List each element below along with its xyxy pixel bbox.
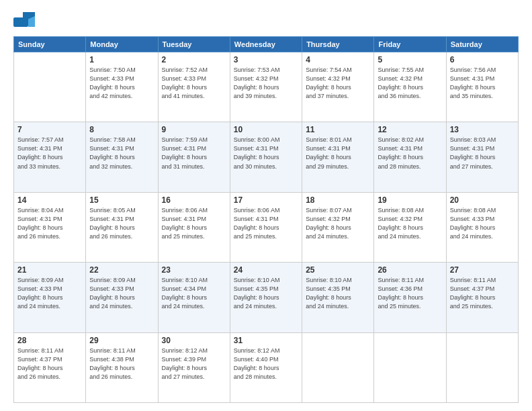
- day-number: 21: [17, 265, 82, 275]
- calendar-cell: 5Sunrise: 7:55 AM Sunset: 4:32 PM Daylig…: [374, 52, 446, 122]
- day-info: Sunrise: 8:07 AM Sunset: 4:32 PM Dayligh…: [306, 206, 370, 241]
- day-info: Sunrise: 8:10 AM Sunset: 4:35 PM Dayligh…: [306, 276, 370, 311]
- day-info: Sunrise: 8:08 AM Sunset: 4:33 PM Dayligh…: [450, 206, 515, 241]
- calendar-cell: 2Sunrise: 7:52 AM Sunset: 4:33 PM Daylig…: [158, 52, 230, 122]
- calendar-cell: [302, 332, 374, 402]
- week-row-3: 21Sunrise: 8:09 AM Sunset: 4:33 PM Dayli…: [14, 263, 519, 332]
- day-number: 29: [89, 336, 154, 345]
- logo: [13, 12, 36, 30]
- day-info: Sunrise: 7:57 AM Sunset: 4:31 PM Dayligh…: [17, 136, 82, 171]
- calendar-cell: [374, 332, 446, 402]
- calendar-cell: 19Sunrise: 8:08 AM Sunset: 4:32 PM Dayli…: [374, 192, 446, 262]
- day-number: 2: [162, 55, 226, 64]
- calendar-cell: 28Sunrise: 8:11 AM Sunset: 4:37 PM Dayli…: [14, 332, 86, 402]
- day-number: 7: [17, 125, 82, 134]
- day-info: Sunrise: 7:59 AM Sunset: 4:31 PM Dayligh…: [162, 136, 226, 171]
- day-info: Sunrise: 8:10 AM Sunset: 4:35 PM Dayligh…: [234, 276, 298, 311]
- day-number: 1: [89, 55, 154, 64]
- day-number: 24: [234, 265, 298, 275]
- day-info: Sunrise: 8:10 AM Sunset: 4:34 PM Dayligh…: [162, 276, 226, 311]
- calendar-cell: 10Sunrise: 8:00 AM Sunset: 4:31 PM Dayli…: [230, 122, 302, 192]
- calendar-cell: 6Sunrise: 7:56 AM Sunset: 4:31 PM Daylig…: [446, 52, 518, 122]
- day-info: Sunrise: 8:11 AM Sunset: 4:37 PM Dayligh…: [450, 276, 515, 311]
- day-number: 6: [450, 55, 515, 64]
- day-number: 25: [306, 265, 370, 275]
- day-info: Sunrise: 7:55 AM Sunset: 4:32 PM Dayligh…: [378, 66, 442, 101]
- header: [13, 12, 519, 30]
- day-info: Sunrise: 7:50 AM Sunset: 4:33 PM Dayligh…: [89, 66, 154, 101]
- calendar-cell: 3Sunrise: 7:53 AM Sunset: 4:32 PM Daylig…: [230, 52, 302, 122]
- logo-icon: [13, 12, 35, 30]
- calendar-cell: 13Sunrise: 8:03 AM Sunset: 4:31 PM Dayli…: [446, 122, 518, 192]
- day-number: 12: [378, 125, 442, 134]
- calendar-cell: 29Sunrise: 8:11 AM Sunset: 4:38 PM Dayli…: [86, 332, 158, 402]
- week-row-2: 14Sunrise: 8:04 AM Sunset: 4:31 PM Dayli…: [14, 192, 519, 262]
- calendar-cell: 27Sunrise: 8:11 AM Sunset: 4:37 PM Dayli…: [446, 263, 518, 332]
- col-header-saturday: Saturday: [446, 37, 518, 52]
- calendar-cell: 23Sunrise: 8:10 AM Sunset: 4:34 PM Dayli…: [158, 263, 230, 332]
- day-number: 31: [234, 336, 298, 345]
- day-info: Sunrise: 7:53 AM Sunset: 4:32 PM Dayligh…: [234, 66, 298, 101]
- day-number: 10: [234, 125, 298, 134]
- day-number: 9: [162, 125, 226, 134]
- day-number: 5: [378, 55, 442, 64]
- day-number: 19: [378, 195, 442, 205]
- day-number: 26: [378, 265, 442, 275]
- page: SundayMondayTuesdayWednesdayThursdayFrid…: [0, 0, 532, 411]
- calendar-cell: [14, 52, 86, 122]
- col-header-wednesday: Wednesday: [230, 37, 302, 52]
- day-number: 11: [306, 125, 370, 134]
- week-row-4: 28Sunrise: 8:11 AM Sunset: 4:37 PM Dayli…: [14, 332, 519, 402]
- calendar-cell: 20Sunrise: 8:08 AM Sunset: 4:33 PM Dayli…: [446, 192, 518, 262]
- day-info: Sunrise: 7:54 AM Sunset: 4:32 PM Dayligh…: [306, 66, 370, 101]
- day-info: Sunrise: 8:12 AM Sunset: 4:39 PM Dayligh…: [162, 347, 226, 381]
- day-info: Sunrise: 7:56 AM Sunset: 4:31 PM Dayligh…: [450, 66, 515, 101]
- week-row-0: 1Sunrise: 7:50 AM Sunset: 4:33 PM Daylig…: [14, 52, 519, 122]
- calendar-cell: 4Sunrise: 7:54 AM Sunset: 4:32 PM Daylig…: [302, 52, 374, 122]
- day-info: Sunrise: 8:09 AM Sunset: 4:33 PM Dayligh…: [89, 276, 154, 311]
- calendar-cell: 7Sunrise: 7:57 AM Sunset: 4:31 PM Daylig…: [14, 122, 86, 192]
- calendar-cell: 12Sunrise: 8:02 AM Sunset: 4:31 PM Dayli…: [374, 122, 446, 192]
- day-number: 13: [450, 125, 515, 134]
- calendar-cell: 15Sunrise: 8:05 AM Sunset: 4:31 PM Dayli…: [86, 192, 158, 262]
- calendar-cell: 24Sunrise: 8:10 AM Sunset: 4:35 PM Dayli…: [230, 263, 302, 332]
- calendar-cell: 22Sunrise: 8:09 AM Sunset: 4:33 PM Dayli…: [86, 263, 158, 332]
- day-number: 30: [162, 336, 226, 345]
- day-info: Sunrise: 8:11 AM Sunset: 4:38 PM Dayligh…: [89, 347, 154, 381]
- week-row-1: 7Sunrise: 7:57 AM Sunset: 4:31 PM Daylig…: [14, 122, 519, 192]
- day-info: Sunrise: 8:03 AM Sunset: 4:31 PM Dayligh…: [450, 136, 515, 171]
- day-info: Sunrise: 7:58 AM Sunset: 4:31 PM Dayligh…: [89, 136, 154, 171]
- col-header-sunday: Sunday: [14, 37, 86, 52]
- calendar-cell: 21Sunrise: 8:09 AM Sunset: 4:33 PM Dayli…: [14, 263, 86, 332]
- day-info: Sunrise: 8:02 AM Sunset: 4:31 PM Dayligh…: [378, 136, 442, 171]
- day-number: 8: [89, 125, 154, 134]
- calendar-cell: 9Sunrise: 7:59 AM Sunset: 4:31 PM Daylig…: [158, 122, 230, 192]
- day-number: 15: [89, 195, 154, 205]
- day-info: Sunrise: 8:05 AM Sunset: 4:31 PM Dayligh…: [89, 206, 154, 241]
- day-number: 23: [162, 265, 226, 275]
- day-info: Sunrise: 8:06 AM Sunset: 4:31 PM Dayligh…: [234, 206, 298, 241]
- calendar-cell: 1Sunrise: 7:50 AM Sunset: 4:33 PM Daylig…: [86, 52, 158, 122]
- calendar-cell: 25Sunrise: 8:10 AM Sunset: 4:35 PM Dayli…: [302, 263, 374, 332]
- day-number: 18: [306, 195, 370, 205]
- day-number: 14: [17, 195, 82, 205]
- calendar-cell: 30Sunrise: 8:12 AM Sunset: 4:39 PM Dayli…: [158, 332, 230, 402]
- calendar-cell: 8Sunrise: 7:58 AM Sunset: 4:31 PM Daylig…: [86, 122, 158, 192]
- day-info: Sunrise: 8:06 AM Sunset: 4:31 PM Dayligh…: [162, 206, 226, 241]
- day-number: 3: [234, 55, 298, 64]
- day-info: Sunrise: 8:01 AM Sunset: 4:31 PM Dayligh…: [306, 136, 370, 171]
- day-info: Sunrise: 8:09 AM Sunset: 4:33 PM Dayligh…: [17, 276, 82, 311]
- day-number: 16: [162, 195, 226, 205]
- day-info: Sunrise: 8:12 AM Sunset: 4:40 PM Dayligh…: [234, 347, 298, 381]
- day-info: Sunrise: 7:52 AM Sunset: 4:33 PM Dayligh…: [162, 66, 226, 101]
- calendar-header-row: SundayMondayTuesdayWednesdayThursdayFrid…: [14, 37, 519, 52]
- calendar-cell: 11Sunrise: 8:01 AM Sunset: 4:31 PM Dayli…: [302, 122, 374, 192]
- calendar-cell: 26Sunrise: 8:11 AM Sunset: 4:36 PM Dayli…: [374, 263, 446, 332]
- day-info: Sunrise: 8:11 AM Sunset: 4:37 PM Dayligh…: [17, 347, 82, 381]
- calendar-cell: [446, 332, 518, 402]
- col-header-tuesday: Tuesday: [158, 37, 230, 52]
- day-number: 17: [234, 195, 298, 205]
- day-info: Sunrise: 8:00 AM Sunset: 4:31 PM Dayligh…: [234, 136, 298, 171]
- col-header-monday: Monday: [86, 37, 158, 52]
- calendar-cell: 31Sunrise: 8:12 AM Sunset: 4:40 PM Dayli…: [230, 332, 302, 402]
